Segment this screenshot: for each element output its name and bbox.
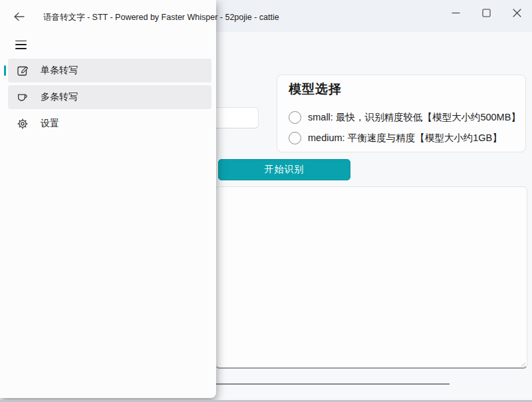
radio-label: small: 最快，识别精度较低【模型大小约500MB】 [308, 111, 521, 124]
maximize-icon [482, 9, 491, 17]
radio-icon[interactable] [289, 111, 301, 124]
app-window: 模型选择 small: 最快，识别精度较低【模型大小约500MB】 medium… [0, 0, 532, 402]
start-recognition-button[interactable]: 开始识别 [218, 159, 350, 180]
minimize-button[interactable] [440, 0, 471, 25]
sidebar-item-label: 设置 [41, 118, 59, 130]
minimize-icon [452, 9, 460, 17]
maximize-button[interactable] [471, 0, 501, 25]
close-icon [513, 9, 521, 17]
radio-option-small[interactable]: small: 最快，识别精度较低【模型大小约500MB】 [289, 110, 521, 124]
back-button[interactable] [8, 7, 31, 27]
model-panel-title: 模型选择 [289, 81, 342, 98]
caption-controls [440, 0, 532, 25]
radio-label: medium: 平衡速度与精度【模型大小约1GB】 [308, 132, 502, 144]
back-arrow-icon [13, 12, 25, 21]
radio-option-medium[interactable]: medium: 平衡速度与精度【模型大小约1GB】 [289, 130, 502, 145]
sidebar-item-label: 多条转写 [41, 91, 78, 103]
close-button[interactable] [501, 0, 532, 25]
edit-icon [17, 65, 29, 77]
cup-icon [17, 91, 29, 103]
hamburger-menu-button[interactable] [8, 35, 33, 55]
model-select-panel: 模型选择 small: 最快，识别精度较低【模型大小约500MB】 medium… [277, 75, 526, 152]
sidebar-item-label: 单条转写 [41, 65, 78, 77]
sidebar-item-single-transcribe[interactable]: 单条转写 [8, 59, 211, 83]
sidebar-item-settings[interactable]: 设置 [8, 112, 211, 136]
resize-grip-icon[interactable] [519, 361, 525, 367]
selected-item-indicator [4, 65, 6, 76]
progress-bar [216, 383, 450, 385]
navigation-drawer: 单条转写 多条转写 设置 [0, 0, 216, 398]
hamburger-menu-icon [15, 41, 27, 49]
sidebar-item-multi-transcribe[interactable]: 多条转写 [8, 85, 211, 109]
transcription-output-box[interactable] [215, 186, 527, 369]
gear-icon [17, 118, 29, 130]
radio-icon[interactable] [289, 132, 301, 144]
